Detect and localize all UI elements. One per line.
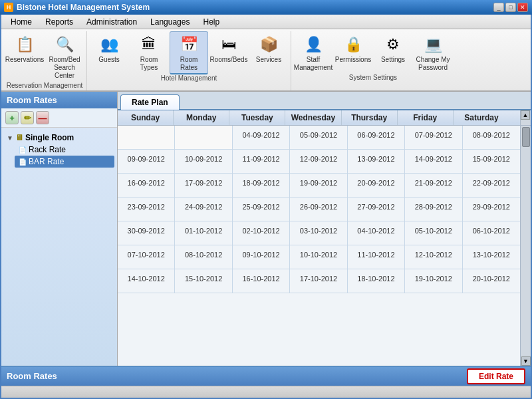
cal-cell[interactable]: 26-09-2012 (290, 198, 347, 221)
cal-cell[interactable]: 27-09-2012 (348, 198, 405, 221)
cal-cell[interactable]: 18-09-2012 (233, 174, 290, 197)
toolbar-reservations[interactable]: 📋 Reservations (5, 31, 44, 82)
services-label: Services (256, 56, 281, 64)
cal-cell[interactable]: 07-10-2012 (118, 245, 175, 269)
scrollbar[interactable]: ▼ (520, 126, 531, 366)
cal-cell[interactable]: 17-09-2012 (175, 174, 232, 197)
calendar-row[interactable]: 09-09-201210-09-201211-09-201212-09-2012… (118, 150, 520, 174)
add-rate-button[interactable]: + (5, 111, 19, 124)
calendar-body[interactable]: 04-09-201205-09-201206-09-201207-09-2012… (118, 126, 520, 366)
calendar-row[interactable]: 16-09-201217-09-201218-09-201219-09-2012… (118, 174, 520, 198)
scroll-up-arrow[interactable]: ▲ (521, 110, 530, 120)
cal-cell[interactable]: 30-09-2012 (118, 221, 175, 245)
tree-item-rack-rate[interactable]: 📄 Rack Rate (15, 144, 114, 156)
tree-node-label-text: Single Room (25, 133, 74, 142)
cal-cell[interactable]: 18-10-2012 (348, 269, 405, 293)
cal-cell[interactable]: 17-10-2012 (290, 269, 347, 293)
cal-cell[interactable]: 22-09-2012 (463, 174, 520, 197)
cal-cell[interactable]: 13-10-2012 (463, 245, 520, 269)
toolbar-services[interactable]: 📦 Services (249, 31, 288, 74)
delete-rate-button[interactable]: — (36, 111, 49, 124)
toolbar-rooms-beds[interactable]: 🛏 Rooms/Beds (209, 31, 248, 74)
calendar-row[interactable]: 14-10-201215-10-201216-10-201217-10-2012… (118, 269, 520, 293)
calendar-row[interactable]: 04-09-201205-09-201206-09-201207-09-2012… (118, 126, 520, 150)
cal-cell[interactable]: 19-10-2012 (405, 269, 462, 293)
scrollbar-thumb[interactable] (522, 127, 530, 147)
cal-cell[interactable]: 04-09-2012 (233, 126, 290, 149)
close-button[interactable]: ✕ (517, 3, 528, 12)
expand-icon: ▼ (7, 134, 13, 142)
tab-rate-plan[interactable]: Rate Plan (120, 94, 180, 110)
cal-cell[interactable]: 29-09-2012 (463, 198, 520, 221)
cal-cell[interactable]: 06-10-2012 (463, 221, 520, 245)
cal-cell[interactable]: 21-09-2012 (405, 174, 462, 197)
toolbar-room-search[interactable]: 🔍 Room/BedSearch Center (45, 31, 84, 82)
edit-rate-button-bottom[interactable]: Edit Rate (467, 368, 525, 384)
toolbar-change-password[interactable]: 💻 Change MyPassword (414, 31, 452, 74)
sidebar-toolbar: + ✏ — (1, 108, 117, 128)
cal-cell[interactable]: 09-09-2012 (118, 150, 175, 173)
maximize-button[interactable]: □ (505, 3, 516, 12)
cal-cell[interactable]: 07-09-2012 (405, 126, 462, 149)
cal-cell[interactable]: 04-10-2012 (348, 221, 405, 245)
tree-node-single-room-label[interactable]: ▼ 🖥 Single Room (4, 132, 114, 144)
cal-cell[interactable]: 06-09-2012 (348, 126, 405, 149)
cal-cell[interactable]: 11-09-2012 (233, 150, 290, 173)
cal-cell[interactable]: 08-10-2012 (175, 245, 232, 269)
title-bar: H Bistone Hotel Management System _ □ ✕ (0, 0, 532, 15)
menu-help[interactable]: Help (196, 16, 226, 28)
toolbar-room-rates[interactable]: 📅 RoomRates (170, 31, 208, 74)
calendar-row[interactable]: 23-09-201224-09-201225-09-201226-09-2012… (118, 198, 520, 221)
cal-cell[interactable]: 24-09-2012 (175, 198, 232, 221)
calendar-row[interactable]: 07-10-201208-10-201209-10-201210-10-2012… (118, 245, 520, 269)
cal-cell[interactable]: 14-10-2012 (118, 269, 175, 293)
file-icon-bar: 📄 (19, 158, 27, 166)
cal-cell[interactable]: 25-09-2012 (233, 198, 290, 221)
cal-cell[interactable]: 12-09-2012 (290, 150, 347, 173)
cal-cell[interactable]: 19-09-2012 (290, 174, 347, 197)
bottom-bar: Room Rates Edit Rate (1, 366, 531, 386)
calendar-row[interactable]: 30-09-201201-10-201202-10-201203-10-2012… (118, 221, 520, 245)
cal-cell[interactable] (175, 126, 232, 149)
tree-item-bar-rate[interactable]: 📄 BAR Rate (15, 156, 114, 168)
cal-cell[interactable]: 14-09-2012 (405, 150, 462, 173)
cal-cell[interactable]: 13-09-2012 (348, 150, 405, 173)
toolbar-permissions[interactable]: 🔒 Permissions (334, 31, 372, 74)
room-rates-label: RoomRates (180, 56, 198, 72)
menu-administration[interactable]: Administration (80, 16, 144, 28)
group-label-reservation: Reservation Management (5, 82, 84, 90)
cal-cell[interactable]: 10-09-2012 (175, 150, 232, 173)
file-icon-rack: 📄 (19, 146, 27, 154)
cal-cell[interactable]: 20-09-2012 (348, 174, 405, 197)
cal-cell[interactable]: 03-10-2012 (290, 221, 347, 245)
toolbar-room-types[interactable]: 🏛 RoomTypes (130, 31, 168, 74)
cal-cell[interactable]: 02-10-2012 (233, 221, 290, 245)
menu-languages[interactable]: Languages (144, 16, 196, 28)
cal-cell[interactable]: 05-09-2012 (290, 126, 347, 149)
cal-cell[interactable]: 16-09-2012 (118, 174, 175, 197)
cal-cell[interactable]: 09-10-2012 (233, 245, 290, 269)
menu-home[interactable]: Home (4, 16, 39, 28)
cal-cell[interactable]: 15-09-2012 (463, 150, 520, 173)
cal-cell[interactable]: 28-09-2012 (405, 198, 462, 221)
edit-rate-button[interactable]: ✏ (21, 111, 34, 124)
cal-cell[interactable]: 11-10-2012 (348, 245, 405, 269)
cal-cell[interactable]: 12-10-2012 (405, 245, 462, 269)
cal-cell[interactable]: 23-09-2012 (118, 198, 175, 221)
cal-cell[interactable]: 20-10-2012 (463, 269, 520, 293)
header-saturday: Saturday (454, 110, 509, 125)
cal-cell[interactable] (118, 126, 175, 149)
cal-cell[interactable]: 05-10-2012 (405, 221, 462, 245)
menu-reports[interactable]: Reports (39, 16, 80, 28)
cal-cell[interactable]: 08-09-2012 (463, 126, 520, 149)
cal-cell[interactable]: 15-10-2012 (175, 269, 232, 293)
staff-icon: 👤 (303, 34, 324, 55)
toolbar-guests[interactable]: 👥 Guests (90, 31, 128, 74)
cal-cell[interactable]: 16-10-2012 (233, 269, 290, 293)
minimize-button[interactable]: _ (493, 3, 504, 12)
cal-cell[interactable]: 01-10-2012 (175, 221, 232, 245)
scroll-down-arrow[interactable]: ▼ (521, 356, 531, 366)
toolbar-staff[interactable]: 👤 StaffManagement (294, 31, 332, 74)
toolbar-settings[interactable]: ⚙ Settings (374, 31, 412, 74)
cal-cell[interactable]: 10-10-2012 (290, 245, 347, 269)
